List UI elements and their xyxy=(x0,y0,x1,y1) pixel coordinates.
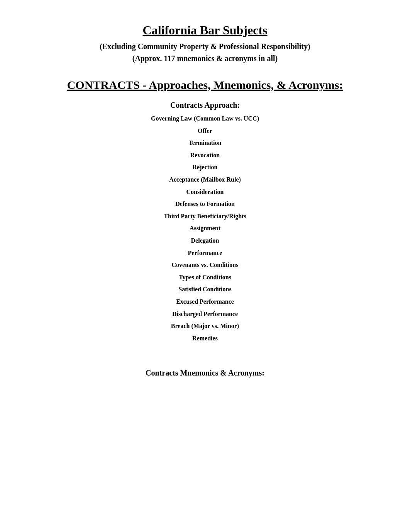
topic-item: Discharged Performance xyxy=(31,309,379,319)
mnemonics-label: Contracts Mnemonics & Acronyms: xyxy=(31,369,379,377)
subtitle-1: (Excluding Community Property & Professi… xyxy=(31,42,379,51)
topic-item: Assignment xyxy=(31,223,379,233)
topic-item: Defenses to Formation xyxy=(31,199,379,209)
topic-item: Governing Law (Common Law vs. UCC) xyxy=(31,114,379,124)
topic-item: Types of Conditions xyxy=(31,272,379,282)
topic-item: Acceptance (Mailbox Rule) xyxy=(31,175,379,185)
topic-item: Offer xyxy=(31,126,379,136)
topic-item: Rejection xyxy=(31,162,379,172)
topic-item: Performance xyxy=(31,248,379,258)
topic-item: Remedies xyxy=(31,333,379,343)
main-title: California Bar Subjects xyxy=(31,23,379,37)
topic-item: Breach (Major vs. Minor) xyxy=(31,321,379,331)
spacer xyxy=(31,345,379,357)
topic-item: Termination xyxy=(31,138,379,148)
topic-item: Covenants vs. Conditions xyxy=(31,260,379,270)
topic-item: Third Party Beneficiary/Rights xyxy=(31,211,379,221)
subtitle-2: (Approx. 117 mnemonics & acronyms in all… xyxy=(31,54,379,63)
contracts-approach-label: Contracts Approach: xyxy=(31,101,379,110)
page-container: California Bar Subjects (Excluding Commu… xyxy=(31,23,379,377)
contracts-section-header: CONTRACTS - Approaches, Mnemonics, & Acr… xyxy=(31,78,379,92)
topic-item: Satisfied Conditions xyxy=(31,284,379,294)
topic-item: Consideration xyxy=(31,187,379,197)
topic-item: Revocation xyxy=(31,150,379,160)
topic-item: Excused Performance xyxy=(31,297,379,307)
topics-list: Governing Law (Common Law vs. UCC)OfferT… xyxy=(31,114,379,343)
topic-item: Delegation xyxy=(31,236,379,246)
